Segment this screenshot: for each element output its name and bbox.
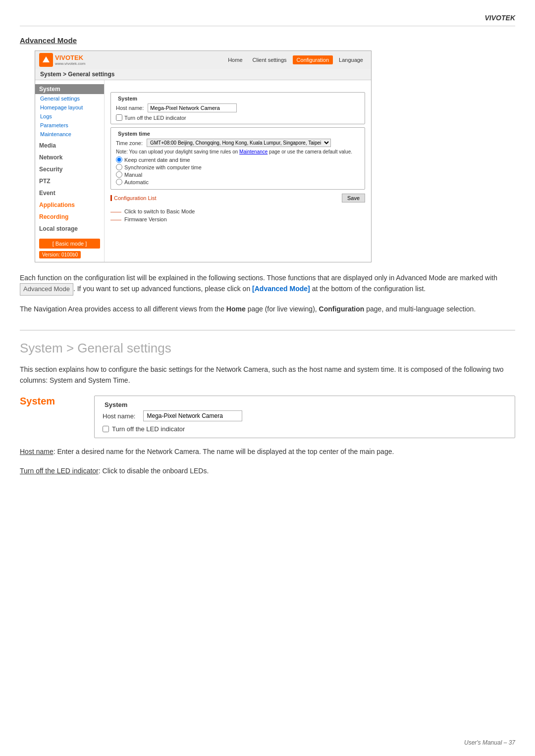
system-layout: System System Host name: Turn off the LE… xyxy=(20,396,515,438)
config-list-row: Configuration List Save xyxy=(110,194,365,202)
sidebar-network[interactable]: Network xyxy=(35,152,104,162)
system-host-row: Host name: xyxy=(103,410,507,421)
basic-mode-button[interactable]: [ Basic mode ] xyxy=(39,239,100,249)
home-bold: Home xyxy=(226,305,246,313)
advanced-mode-section: Advanced Mode xyxy=(20,36,515,45)
system-time-fieldset: System time Time zone: GMT+08:00 Beijing… xyxy=(110,127,365,190)
sidebar-system-heading: System xyxy=(35,84,104,94)
vivotek-logo-icon xyxy=(39,53,53,67)
basic-mode-annot: —— Click to switch to Basic Mode xyxy=(110,208,365,214)
radio-auto: Automatic xyxy=(116,179,360,185)
ui-screenshot-box: VIVOTEK www.vivotek.com Home Client sett… xyxy=(35,50,372,262)
radio-keep-input[interactable] xyxy=(116,156,122,163)
nav-client-settings-btn[interactable]: Client settings xyxy=(249,55,291,64)
note-text: Note: You can upload your daylight savin… xyxy=(116,149,360,154)
radio-manual-input[interactable] xyxy=(116,171,122,178)
ui-main-content: System Host name: Turn off the LED indic… xyxy=(105,80,371,262)
advanced-mode-badge: Advanced Mode xyxy=(20,283,73,296)
basic-mode-annot-row: —— Click to switch to Basic Mode —— Firm… xyxy=(110,208,365,222)
ui-logo: VIVOTEK www.vivotek.com xyxy=(39,53,85,67)
advanced-mode-link[interactable]: [Advanced Mode] xyxy=(252,285,310,293)
para2-a: The Navigation Area provides access to a… xyxy=(20,305,226,313)
sidebar-media: Media xyxy=(35,141,104,151)
para2-b: page (for live viewing), xyxy=(246,305,319,313)
body-paragraph-1: Each function on the configuration list … xyxy=(20,272,515,296)
sidebar-recording[interactable]: Recording xyxy=(35,212,104,222)
system-fieldset: System Host name: Turn off the LED indic… xyxy=(110,92,365,124)
radio-manual: Manual xyxy=(116,171,360,178)
nav-home-btn[interactable]: Home xyxy=(224,55,246,64)
sidebar-item-homepage-layout[interactable]: Homepage layout xyxy=(35,103,104,112)
page-number: User's Manual – 37 xyxy=(464,739,515,746)
logo-text-block: VIVOTEK www.vivotek.com xyxy=(55,54,85,66)
sidebar-security[interactable]: Security xyxy=(35,164,104,174)
config-bold: Configuration xyxy=(319,305,365,313)
sidebar-event[interactable]: Event xyxy=(35,188,104,198)
radio-keep: Keep current date and time xyxy=(116,156,360,163)
radio-manual-label: Manual xyxy=(124,172,142,178)
radio-sync-input[interactable] xyxy=(116,164,122,170)
radio-auto-label: Automatic xyxy=(124,179,149,185)
ui-breadcrumb: System > General settings xyxy=(35,69,371,80)
top-bar: VIVOTEK xyxy=(20,10,515,26)
led-checkbox[interactable] xyxy=(116,114,122,121)
basic-mode-annot-text: Click to switch to Basic Mode xyxy=(124,208,195,214)
ui-nav-bar: VIVOTEK www.vivotek.com Home Client sett… xyxy=(35,51,371,69)
advanced-mode-title: Advanced Mode xyxy=(20,36,77,45)
body-paragraph-2: The Navigation Area provides access to a… xyxy=(20,303,515,314)
brand-label: VIVOTEK xyxy=(485,14,515,22)
para1-a: Each function on the configuration list … xyxy=(20,274,497,282)
system-label: System xyxy=(20,396,79,438)
ui-sidebar: System General settings Homepage layout … xyxy=(35,80,105,262)
section-general-desc: This section explains how to configure t… xyxy=(20,364,515,386)
svg-marker-0 xyxy=(43,56,50,62)
sidebar-item-parameters[interactable]: Parameters xyxy=(35,121,104,130)
system-time-legend: System time xyxy=(116,131,360,137)
timezone-row: Time zone: GMT+08:00 Beijing, Chongqing,… xyxy=(116,139,360,147)
led-desc: Turn off the LED indicator: Click to dis… xyxy=(20,465,515,476)
arrow-basic: —— xyxy=(110,208,121,214)
radio-sync: Synchronize with computer time xyxy=(116,164,360,170)
version-badge: Version: 0100b0 xyxy=(39,251,81,258)
led-row: Turn off the LED indicator xyxy=(116,114,360,121)
host-name-label: Host name: xyxy=(116,105,144,111)
radio-sync-label: Synchronize with computer time xyxy=(124,164,202,170)
save-button[interactable]: Save xyxy=(342,194,365,202)
logo-website: www.vivotek.com xyxy=(55,61,85,66)
para2-c: page, and multi-language selection. xyxy=(364,305,476,313)
system-led-row: Turn off the LED indicator xyxy=(103,425,507,433)
host-name-input[interactable] xyxy=(148,103,237,112)
firmware-annot-text: Firmware Version xyxy=(124,216,167,222)
sidebar-item-maintenance[interactable]: Maintenance xyxy=(35,130,104,139)
system-host-input[interactable] xyxy=(143,410,242,421)
config-list-arrow xyxy=(110,195,114,201)
para1-b: . If you want to set up advanced functio… xyxy=(73,285,252,293)
timezone-select[interactable]: GMT+08:00 Beijing, Chongqing, Hong Kong,… xyxy=(147,139,331,147)
nav-configuration-btn[interactable]: Configuration xyxy=(293,55,333,64)
host-name-underline: Host name xyxy=(20,448,54,455)
sidebar-local-storage[interactable]: Local storage xyxy=(35,224,104,234)
nav-language-btn[interactable]: Language xyxy=(335,55,367,64)
firmware-annot: —— Firmware Version xyxy=(110,216,365,222)
para1-c: at the bottom of the configuration list. xyxy=(310,285,426,293)
system-led-checkbox[interactable] xyxy=(103,426,109,432)
sidebar-ptz[interactable]: PTZ xyxy=(35,176,104,186)
system-led-label: Turn off the LED indicator xyxy=(112,425,185,433)
sidebar-item-logs[interactable]: Logs xyxy=(35,112,104,121)
maintenance-link[interactable]: Maintenance xyxy=(239,149,268,154)
system-fieldset-main: System Host name: Turn off the LED indic… xyxy=(94,396,515,438)
sidebar-applications[interactable]: Applications xyxy=(35,200,104,210)
config-list-text: Configuration List xyxy=(114,195,157,201)
system-fieldset-legend: System xyxy=(103,401,507,408)
radio-auto-input[interactable] xyxy=(116,179,122,185)
arrow-firmware: —— xyxy=(110,216,121,222)
radio-keep-label: Keep current date and time xyxy=(124,157,190,163)
host-name-desc: Host name: Enter a desired name for the … xyxy=(20,446,515,457)
host-name-row: Host name: xyxy=(116,103,360,112)
system-legend: System xyxy=(116,96,360,101)
system-host-label: Host name: xyxy=(103,412,135,420)
sidebar-item-general-settings[interactable]: General settings xyxy=(35,94,104,103)
section-general-title: System > General settings xyxy=(20,330,515,356)
led-underline: Turn off the LED indicator xyxy=(20,467,99,475)
ui-body: System General settings Homepage layout … xyxy=(35,80,371,262)
